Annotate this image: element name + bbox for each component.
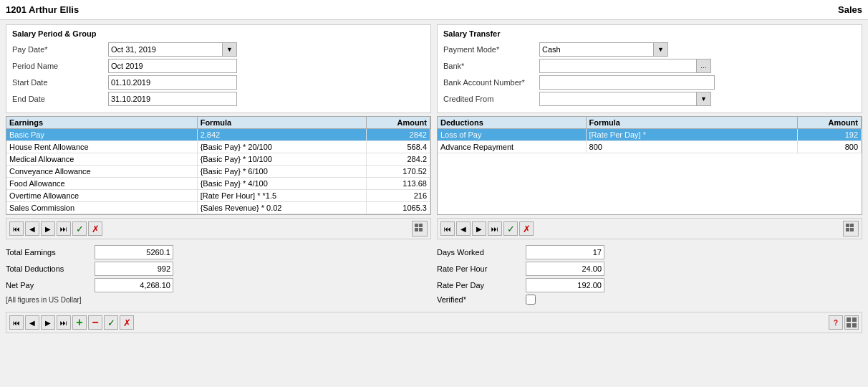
earnings-formula-col-header: Formula (197, 117, 367, 129)
net-pay-input[interactable] (95, 278, 173, 292)
earnings-formula-cell: {Basic Pay} * 20/100 (197, 141, 367, 153)
deductions-check-btn[interactable]: ✓ (503, 221, 518, 236)
total-earnings-row: Total Earnings (6, 245, 431, 259)
earnings-name-cell: Basic Pay (6, 129, 197, 141)
svg-rect-10 (847, 323, 851, 328)
earnings-table-row[interactable]: Food Allowance {Basic Pay} * 4/100 113.6… (6, 178, 430, 190)
earnings-first-btn[interactable]: ⏮ (9, 221, 24, 236)
earnings-formula-cell: 2,842 (197, 129, 367, 141)
bottom-prev-btn[interactable]: ◀ (25, 315, 39, 330)
earnings-prev-btn[interactable]: ◀ (25, 221, 39, 236)
deductions-table: Deductions Formula Amount Loss of Pay [R… (438, 117, 862, 153)
credited-from-label: Credited From (443, 95, 536, 103)
earnings-check-btn[interactable]: ✓ (72, 221, 87, 236)
payment-mode-input-group: ▼ (539, 42, 668, 57)
deductions-grid-icon (845, 223, 857, 234)
earnings-nav-left: ⏮ ◀ ▶ ⏭ ✓ ✗ (9, 221, 102, 236)
svg-rect-7 (850, 228, 854, 231)
bottom-cancel-btn[interactable]: ✗ (120, 315, 134, 330)
bottom-section: Total Earnings Total Deductions Net Pay … (6, 242, 862, 307)
svg-rect-5 (850, 224, 854, 227)
earnings-nav-bar: ⏮ ◀ ▶ ⏭ ✓ ✗ (6, 218, 431, 239)
credited-from-input[interactable] (539, 92, 697, 106)
deductions-formula-cell: [Rate Per Day] * (586, 129, 798, 141)
end-date-label: End Date (12, 95, 105, 103)
deductions-cancel-btn[interactable]: ✗ (519, 221, 534, 236)
days-worked-input[interactable] (526, 245, 604, 259)
earnings-grid-btn[interactable] (412, 221, 428, 236)
rate-per-day-input[interactable] (526, 278, 604, 292)
bottom-grid-icon (847, 317, 857, 328)
rate-per-hour-input[interactable] (526, 262, 604, 276)
deductions-table-scroll[interactable]: Deductions Formula Amount Loss of Pay [R… (438, 117, 862, 153)
bank-account-input[interactable] (539, 75, 715, 90)
period-name-input[interactable] (108, 59, 237, 73)
bottom-next-btn[interactable]: ▶ (41, 315, 55, 330)
earnings-table-row[interactable]: Overtime Allowance [Rate Per Hour] * *1.… (6, 190, 430, 202)
end-date-input[interactable] (108, 92, 237, 106)
earnings-last-btn[interactable]: ⏭ (57, 221, 71, 236)
bottom-first-btn[interactable]: ⏮ (9, 315, 24, 330)
deductions-table-row[interactable]: Loss of Pay [Rate Per Day] * 192 (438, 129, 862, 141)
deductions-nav-bar: ⏮ ◀ ▶ ⏭ ✓ ✗ (437, 218, 862, 239)
bottom-last-btn[interactable]: ⏭ (57, 315, 71, 330)
bottom-nav-right: ? (829, 315, 859, 330)
pay-date-row: Pay Date* ▼ (12, 42, 425, 57)
net-pay-label: Net Pay (6, 281, 92, 290)
bottom-check-btn[interactable]: ✓ (104, 315, 118, 330)
earnings-table-scroll[interactable]: Earnings Formula Amount Basic Pay 2,842 … (6, 117, 430, 214)
deductions-table-row[interactable]: Advance Repayment 800 800 (438, 141, 862, 153)
total-earnings-input[interactable] (95, 245, 173, 259)
bottom-grid-btn[interactable] (844, 315, 859, 330)
tables-section: Earnings Formula Amount Basic Pay 2,842 … (6, 116, 862, 215)
pay-date-dropdown-btn[interactable]: ▼ (223, 42, 237, 57)
figures-note: [All figures in US Dollar] (6, 295, 431, 304)
earnings-formula-cell: {Basic Pay} * 4/100 (197, 178, 367, 190)
title-bar: 1201 Arthur Ellis Sales (0, 0, 868, 20)
start-date-input[interactable] (108, 75, 237, 90)
earnings-amount-col-header: Amount (367, 117, 430, 129)
payment-mode-input[interactable] (539, 42, 654, 57)
deductions-next-btn[interactable]: ▶ (472, 221, 486, 236)
summary-right: Days Worked Rate Per Hour Rate Per Day V… (437, 242, 862, 307)
earnings-amount-cell: 2842 (367, 129, 430, 141)
svg-rect-8 (847, 317, 851, 322)
total-deductions-input[interactable] (95, 262, 173, 276)
earnings-table: Earnings Formula Amount Basic Pay 2,842 … (6, 117, 430, 214)
earnings-table-row[interactable]: Conveyance Allowance {Basic Pay} * 6/100… (6, 166, 430, 178)
earnings-table-row[interactable]: Sales Commission {Sales Revenue} * 0.02 … (6, 202, 430, 214)
deductions-first-btn[interactable]: ⏮ (440, 221, 455, 236)
deductions-formula-col-header: Formula (586, 117, 798, 129)
deductions-prev-btn[interactable]: ◀ (456, 221, 471, 236)
rate-per-hour-label: Rate Per Hour (437, 264, 523, 273)
earnings-col-header: Earnings (6, 117, 197, 129)
verified-checkbox[interactable] (526, 295, 536, 305)
verified-row: Verified* (437, 295, 862, 305)
earnings-table-row[interactable]: Medical Allowance {Basic Pay} * 10/100 2… (6, 153, 430, 166)
payment-mode-dropdown-btn[interactable]: ▼ (654, 42, 668, 57)
deductions-last-btn[interactable]: ⏭ (488, 221, 502, 236)
deductions-grid-btn[interactable] (843, 221, 859, 236)
bottom-nav-left: ⏮ ◀ ▶ ⏭ + − ✓ ✗ (9, 315, 134, 330)
deductions-table-container: Deductions Formula Amount Loss of Pay [R… (437, 116, 862, 215)
pay-date-input[interactable] (108, 42, 223, 57)
bottom-add-btn[interactable]: + (72, 315, 87, 330)
earnings-table-row[interactable]: House Rent Allowance {Basic Pay} * 20/10… (6, 141, 430, 153)
deductions-formula-cell: 800 (586, 141, 798, 153)
salary-transfer-title: Salary Transfer (443, 29, 856, 38)
bottom-help-btn[interactable]: ? (829, 315, 843, 330)
bank-input[interactable] (539, 59, 697, 73)
bank-dropdown-btn[interactable]: … (697, 59, 711, 73)
earnings-amount-cell: 170.52 (367, 166, 430, 178)
total-deductions-row: Total Deductions (6, 262, 431, 276)
earnings-cancel-btn[interactable]: ✗ (88, 221, 102, 236)
earnings-next-btn[interactable]: ▶ (41, 221, 55, 236)
earnings-table-row[interactable]: Basic Pay 2,842 2842 (6, 129, 430, 141)
credited-from-dropdown-btn[interactable]: ▼ (697, 92, 711, 106)
title-department: Sales (838, 4, 862, 15)
deductions-amount-col-header: Amount (798, 117, 862, 129)
earnings-formula-cell: {Basic Pay} * 10/100 (197, 153, 367, 166)
earnings-formula-cell: [Rate Per Hour] * *1.5 (197, 190, 367, 202)
bottom-remove-btn[interactable]: − (88, 315, 102, 330)
bank-account-row: Bank Account Number* (443, 75, 856, 90)
